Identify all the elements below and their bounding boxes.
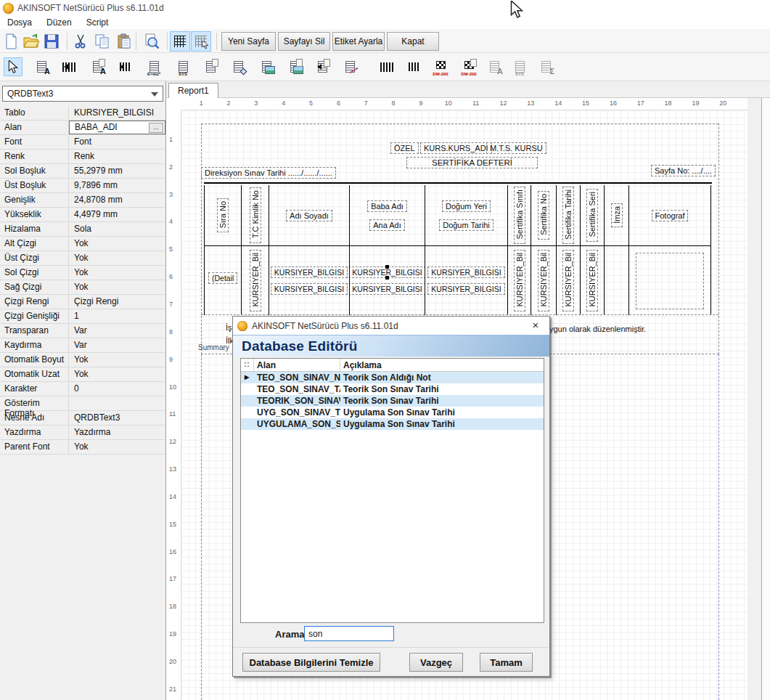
property-value-otomatik-boyut[interactable]: Yok [69,353,165,367]
property-value--st-izgi[interactable]: Yok [69,251,165,265]
table-detail-cell-5[interactable]: KURSIYER_Bil [508,246,531,315]
image-tool[interactable] [257,57,276,76]
table-header-cell-1[interactable]: T.C Kimlik No [242,185,269,246]
property-value--st-bo-luk[interactable]: 9,7896 mm [69,179,165,192]
field-name-cell[interactable]: TEO_SON_SINAV_TAR [254,383,340,395]
close-icon[interactable]: × [528,318,544,333]
save-icon[interactable] [42,32,61,51]
db-barcode-rotated-tool[interactable] [60,57,78,76]
field-description-cell[interactable]: Teorik Son Sınav Tarihi [340,383,544,395]
detail-db-field[interactable]: KURSIYER_BILGISI [271,267,348,277]
grid-toggle-icon[interactable] [170,31,190,52]
header-label[interactable]: Sıra No [217,198,229,232]
table-detail-cell-3[interactable]: KURSIYER_BILGISIKURSIYER_BILGISI [350,246,425,315]
header-label[interactable]: Fotograf [652,210,689,221]
database-bilgilerini-temizle-button[interactable]: Database Bilgilerini Temizle [242,653,380,672]
field-name-cell[interactable]: TEO_SON_SINAV_NOT [254,372,340,383]
vazgec-button[interactable]: Vazgeç [409,653,463,672]
header-label[interactable]: Sertifika Tarihi [562,187,574,244]
detail-db-field-vertical[interactable]: KURSIYER_Bil [514,250,525,312]
table-header-cell-4[interactable]: Doğum YeriDoğum Tarihi [425,185,507,246]
sum-tool-disabled[interactable]: Σ [536,57,555,76]
barcode-tool[interactable] [377,57,396,76]
property-value-nesne-ad-[interactable]: QRDBText3 [69,411,165,425]
table-header-cell-2[interactable]: Adı Soyadı [269,185,349,246]
copy-icon[interactable] [93,32,112,51]
detail-db-field-text[interactable]: KURSIYER_BILGISI [427,283,504,295]
property-value--izgi-rengi[interactable]: Çizgi Rengi [69,295,165,309]
paste-icon[interactable] [115,32,134,51]
rich-text-tool[interactable]: A [88,57,107,76]
tamam-button[interactable]: Tamam [480,653,533,672]
table-detail-cell-0[interactable]: (Detail [205,246,241,315]
field-row-1[interactable]: TEO_SON_SINAV_TARTeorik Son Sınav Tarihi [241,383,544,395]
table-detail-cell-2[interactable]: KURSIYER_BILGISIKURSIYER_BILGISI [269,246,349,315]
select-tool[interactable] [4,57,22,76]
field-description-cell[interactable]: Teorik Son Sınav Tarihi [340,395,544,407]
table-detail-cell-1[interactable]: KURSIYER_Bil [242,246,269,315]
header-label[interactable]: Sertifika Seri [586,189,598,241]
detail-db-field[interactable]: KURSIYER_BILGISI [350,267,425,277]
text-tool-disabled[interactable]: A [485,57,504,76]
property-value-y-kseklik[interactable]: 4,4979 mm [69,208,165,221]
memo-tool[interactable] [201,57,220,76]
table-header-cell-7[interactable]: Sertifika Tarihi [557,185,580,246]
property-value-geni-lik[interactable]: 24,8708 mm [69,193,165,207]
property-value-tablo[interactable]: KURSIYER_BILGISI [69,106,165,120]
property-value-karakter[interactable]: 0 [69,382,165,396]
barcode-rotated-tool[interactable] [115,57,134,76]
header-label[interactable]: Sertifika Sınıfı [514,187,525,243]
new-file-icon[interactable] [1,32,20,51]
detail-db-field-text[interactable]: KURSIYER_BILGISI [271,266,348,278]
datamatrix-page-tool[interactable]: DM-200 [459,57,478,76]
table-header-cell-3[interactable]: Baba AdıAna Adı [350,185,425,246]
expression-tool[interactable]: E=mc² [144,57,163,76]
line-tool[interactable] [340,57,359,76]
db-refresh-tool[interactable] [313,57,332,76]
property-value-sol-bo-luk[interactable]: 55,2979 mm [69,164,165,178]
field-row-3[interactable]: UYG_SON_SINAV_TARUygulama Son Sınav Tari… [241,407,544,418]
menu-dosya[interactable]: Dosya [0,17,39,28]
detail-photo-placeholder[interactable] [636,253,704,309]
property-value-kayd-rma[interactable]: Var [69,338,165,352]
property-value-alt-izgi[interactable]: Yok [69,237,165,251]
menu-script[interactable]: Script [79,17,116,28]
table-detail-cell-8[interactable]: KURSIYER_Bil [581,246,604,315]
snap-grid-toggle-icon[interactable] [191,31,211,52]
detail-db-field-vertical[interactable]: KURSIYER_Bil [538,250,549,312]
property-value--izgi-geni-li-i[interactable]: 1 [69,309,165,323]
preview-icon[interactable] [142,32,161,51]
menu-duzen[interactable]: Düzen [39,17,79,28]
header-label[interactable]: İmza [611,203,623,228]
yeni-sayfa-button[interactable]: Yeni Sayfa [221,32,276,51]
report-title-ozel[interactable]: ÖZEL [390,142,419,154]
detail-db-field[interactable]: KURSIYER_BILGISI [271,284,348,294]
table-header-cell-0[interactable]: Sıra No [205,185,241,246]
property-value-sol-izgi[interactable]: Yok [69,266,165,280]
header-label[interactable]: Adı Soyadı [286,210,332,221]
field-description-cell[interactable]: Uygulama Son Sınav Tarihi [340,418,544,430]
arama-input[interactable]: son [304,626,394,641]
field-name-cell[interactable]: TEORIK_SON_SINAV [254,395,340,407]
field-grid[interactable]: :: Alan Açıklama ▶TEO_SON_SINAV_NOTTeori… [240,358,544,623]
field-description-cell[interactable]: Teorik Son Aldığı Not [340,372,544,383]
table-header-cell-8[interactable]: Sertifika Seri [581,185,604,246]
db-text-tool[interactable]: A [32,57,51,76]
header-label[interactable]: Sertifika No [538,191,549,240]
ellipsis-button[interactable]: ... [149,123,163,133]
open-file-icon[interactable] [22,32,41,51]
report-subtitle[interactable]: SERTİFİKA DEFTERİ [406,157,538,168]
tab-report1[interactable]: Report1 [168,83,218,98]
property-value-font[interactable]: Font [69,135,165,149]
direksiyon-sinav-tarihi-label[interactable]: Direksiyon Sınav Tarihi ....../....../..… [201,167,336,179]
table-detail-cell-10[interactable] [629,246,710,315]
property-value-sa-izgi[interactable]: Yok [69,280,165,294]
header-label[interactable]: Baba Adı [367,200,407,212]
header-label[interactable]: Ana Adı [369,219,405,231]
table-header-cell-6[interactable]: Sertifika No [531,185,556,246]
object-selector[interactable]: QRDBText3 [2,86,163,102]
detail-db-field[interactable]: KURSIYER_BILGISI [427,267,504,277]
column-header-alan[interactable]: Alan [254,359,340,371]
selection-handle[interactable] [385,265,389,269]
detail-db-field-text[interactable]: KURSIYER_BILGISI [427,266,504,278]
